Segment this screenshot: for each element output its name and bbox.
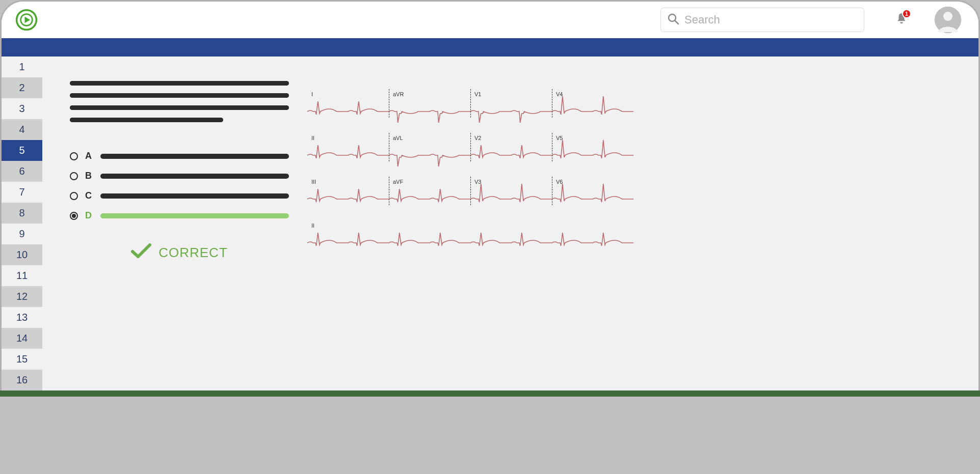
notification-badge: 1	[902, 9, 911, 18]
question-line	[70, 81, 289, 86]
answer-option-d[interactable]: D	[70, 210, 289, 221]
ecg-lead-label: V2	[474, 135, 481, 141]
radio-icon	[70, 192, 78, 200]
ecg-lead-label: II	[311, 222, 314, 229]
ecg-row: IIaVLV2V5	[307, 128, 973, 171]
result-label: CORRECT	[158, 245, 228, 261]
ecg-row: IaVRV1V4	[307, 84, 973, 127]
answer-letter: A	[85, 151, 93, 161]
ecg-trace	[307, 215, 633, 258]
answer-option-b[interactable]: B	[70, 171, 289, 181]
question-nav-item-5[interactable]: 5	[2, 140, 42, 161]
answer-text	[100, 213, 289, 218]
answer-letter: D	[85, 210, 93, 221]
ecg-panel: IaVRV1V4IIaVLV2V5IIIaVFV3V6II	[307, 81, 973, 385]
ecg-lead-label: II	[311, 135, 314, 141]
ecg-lead-label: aVF	[393, 179, 403, 185]
ecg-lead-divider	[552, 177, 552, 205]
question-line	[70, 105, 289, 110]
radio-icon	[70, 212, 78, 220]
question-nav-item-4[interactable]: 4	[2, 119, 42, 140]
question-nav-item-10[interactable]: 10	[2, 244, 42, 265]
question-nav-item-8[interactable]: 8	[2, 203, 42, 224]
ecg-lead-divider	[389, 89, 389, 118]
footer-bar	[0, 391, 980, 397]
question-nav-item-7[interactable]: 7	[2, 182, 42, 203]
question-nav-item-6[interactable]: 6	[2, 161, 42, 182]
ecg-lead-divider	[389, 133, 389, 161]
question-line	[70, 93, 289, 98]
svg-line-4	[675, 20, 678, 24]
ecg-row: II	[307, 215, 973, 258]
svg-point-6	[943, 12, 952, 21]
result-indicator: CORRECT	[70, 242, 289, 263]
ecg-lead-label: aVL	[393, 135, 403, 141]
question-nav: 12345678910111213141516	[2, 57, 42, 391]
ecg-lead-divider	[470, 177, 471, 205]
ecg-lead-divider	[389, 177, 389, 205]
question-nav-item-16[interactable]: 16	[2, 370, 42, 391]
radio-icon	[70, 152, 78, 160]
question-nav-item-11[interactable]: 11	[2, 265, 42, 286]
answer-text	[100, 174, 289, 179]
ecg-lead-divider	[470, 89, 471, 118]
search-input[interactable]	[684, 13, 858, 26]
ecg-lead-label: V1	[474, 91, 481, 97]
bell-icon	[895, 18, 908, 27]
ecg-lead-divider	[552, 89, 552, 118]
question-nav-item-1[interactable]: 1	[2, 57, 42, 77]
ecg-row: IIIaVFV3V6	[307, 172, 973, 214]
ecg-lead-label: V4	[556, 91, 563, 97]
ecg-lead-divider	[470, 133, 471, 161]
answer-text	[100, 154, 289, 159]
question-nav-item-14[interactable]: 14	[2, 328, 42, 349]
answer-letter: C	[85, 190, 93, 201]
ecg-lead-label: V6	[556, 179, 563, 185]
ecg-lead-label: I	[311, 91, 313, 97]
ecg-lead-divider	[552, 133, 552, 161]
svg-marker-2	[24, 17, 30, 23]
ecg-lead-label: aVR	[393, 91, 404, 97]
avatar[interactable]	[935, 7, 961, 33]
ecg-lead-label: V3	[474, 179, 481, 185]
question-nav-item-13[interactable]: 13	[2, 307, 42, 328]
search-box[interactable]	[660, 8, 864, 32]
answer-letter: B	[85, 171, 93, 181]
question-nav-item-2[interactable]: 2	[2, 77, 42, 98]
ecg-lead-label: III	[311, 179, 316, 185]
search-icon	[667, 13, 679, 27]
question-nav-item-12[interactable]: 12	[2, 286, 42, 307]
answer-option-a[interactable]: A	[70, 151, 289, 161]
question-nav-item-9[interactable]: 9	[2, 224, 42, 244]
answer-list: ABCD	[70, 151, 289, 221]
notifications-button[interactable]: 1	[895, 12, 908, 27]
ecg-lead-label: V5	[556, 135, 563, 141]
question-text	[70, 81, 289, 122]
answer-option-c[interactable]: C	[70, 190, 289, 201]
radio-icon	[70, 172, 78, 180]
question-line	[70, 118, 223, 122]
check-icon	[131, 242, 151, 263]
question-nav-item-3[interactable]: 3	[2, 98, 42, 119]
banner	[2, 38, 978, 57]
question-nav-item-15[interactable]: 15	[2, 349, 42, 370]
logo[interactable]	[14, 7, 39, 33]
top-bar: 1	[2, 2, 978, 38]
answer-text	[100, 193, 289, 199]
